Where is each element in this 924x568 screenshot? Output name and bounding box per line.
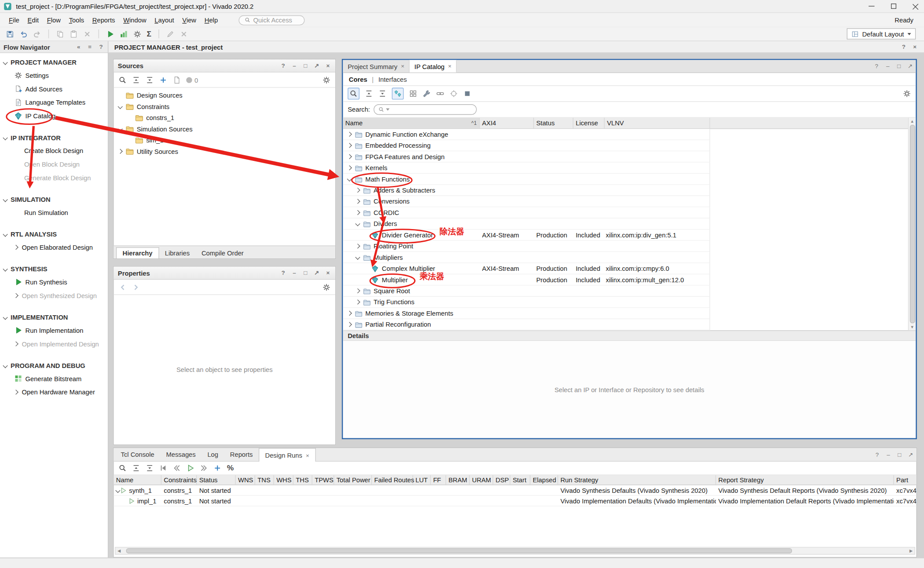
layout-selector[interactable]: Default Layout: [847, 28, 916, 39]
sources-node-constrs-1[interactable]: constrs_1: [114, 112, 335, 123]
percent-icon[interactable]: %: [227, 464, 234, 472]
undo-icon[interactable]: [19, 30, 28, 38]
float-icon[interactable]: ↗: [314, 269, 320, 276]
tab-design-runs[interactable]: Design Runs×: [259, 448, 316, 462]
forward-arrow-icon[interactable]: [132, 283, 140, 291]
expander-closed-icon[interactable]: [355, 299, 360, 304]
blocks-icon[interactable]: [120, 30, 128, 38]
nav-item-open-block-design[interactable]: Open Block Design: [0, 157, 108, 171]
expander-open-icon[interactable]: [3, 232, 7, 237]
ip-row-dividers[interactable]: Dividers: [343, 218, 710, 229]
vertical-scrollbar[interactable]: ▲ ▼: [908, 118, 916, 330]
menu-window[interactable]: Window: [119, 15, 150, 25]
menu-layout[interactable]: Layout: [150, 15, 178, 25]
view-interfaces[interactable]: Interfaces: [378, 76, 407, 83]
expander-closed-icon[interactable]: [355, 210, 360, 215]
tab-compile-order[interactable]: Compile Order: [196, 248, 250, 259]
ip-row-math-functions[interactable]: Math Functions: [343, 174, 710, 185]
expander-closed-icon[interactable]: [13, 341, 18, 346]
collapse-left-icon[interactable]: «: [75, 44, 82, 50]
scrollbar-thumb[interactable]: [909, 125, 915, 323]
expander-open-icon[interactable]: [118, 104, 123, 109]
column-header-report-strategy[interactable]: Report Strategy: [716, 475, 894, 484]
tab-tcl-console[interactable]: Tcl Console: [115, 448, 160, 461]
close-x-icon[interactable]: [180, 30, 188, 38]
quick-access-search[interactable]: Quick Access: [238, 15, 304, 25]
minimize-button[interactable]: [863, 0, 880, 13]
close-tab-icon[interactable]: ×: [401, 63, 404, 69]
column-header-failed-routes[interactable]: Failed Routes: [372, 475, 413, 484]
paste-icon[interactable]: [70, 30, 78, 38]
nav-section-synthesis[interactable]: SYNTHESIS: [0, 263, 108, 275]
minimize-icon[interactable]: –: [884, 63, 891, 69]
nav-section-program-and-debug[interactable]: PROGRAM AND DEBUG: [0, 360, 108, 371]
expander-open-icon[interactable]: [355, 255, 360, 260]
ip-row-partial-reconfiguration[interactable]: Partial Reconfiguration: [343, 319, 710, 330]
column-header-whs[interactable]: WHS: [274, 475, 293, 484]
menu-icon[interactable]: ≡: [87, 44, 93, 50]
column-header-run-strategy[interactable]: Run Strategy: [558, 475, 716, 484]
expander-closed-icon[interactable]: [355, 188, 360, 193]
settings-icon[interactable]: [323, 283, 331, 291]
float-icon[interactable]: ↗: [314, 62, 320, 69]
pressed-tool[interactable]: [348, 88, 359, 100]
close-icon[interactable]: ×: [325, 269, 331, 276]
nav-section-simulation[interactable]: SIMULATION: [0, 194, 108, 206]
column-header-status[interactable]: Status: [534, 118, 573, 128]
help-icon[interactable]: ?: [874, 451, 880, 458]
maximize-icon[interactable]: □: [302, 269, 309, 276]
ip-row-memories-storage-elements[interactable]: Memories & Storage Elements: [343, 308, 710, 319]
maximize-icon[interactable]: □: [302, 62, 309, 69]
column-header-start[interactable]: Start: [510, 475, 531, 484]
ip-row-complex-multiplier[interactable]: Complex MultiplierAXI4-StreamProductionI…: [343, 263, 710, 274]
column-header-bram[interactable]: BRAM: [446, 475, 470, 484]
column-header-status[interactable]: Status: [197, 475, 235, 484]
group-icon[interactable]: [409, 90, 417, 98]
add-icon[interactable]: [159, 76, 168, 84]
ip-row-conversions[interactable]: Conversions: [343, 196, 710, 207]
run-icon[interactable]: [106, 30, 114, 38]
edit-icon[interactable]: [166, 30, 174, 38]
run-row-impl-1[interactable]: impl_1constrs_1Not startedVivado Impleme…: [114, 496, 916, 506]
menu-help[interactable]: Help: [200, 15, 222, 25]
nav-item-settings[interactable]: Settings: [0, 68, 108, 82]
tab-reports[interactable]: Reports: [224, 448, 258, 461]
nav-item-open-implemented-design[interactable]: Open Implemented Design: [0, 337, 108, 350]
expander-open-icon[interactable]: [3, 266, 7, 271]
collapse-all-icon[interactable]: [132, 76, 140, 84]
help-icon[interactable]: ?: [873, 63, 880, 69]
ip-row-kernels[interactable]: Kernels: [343, 163, 710, 174]
column-header-wns[interactable]: WNS: [236, 475, 255, 484]
ip-row-divider-generator[interactable]: Divider GeneratorAXI4-StreamProductionIn…: [343, 229, 710, 240]
settings-icon[interactable]: [323, 76, 331, 84]
tab-log[interactable]: Log: [202, 448, 224, 461]
sources-node-simulation-sources[interactable]: Simulation Sources: [114, 123, 335, 134]
nav-item-run-simulation[interactable]: Run Simulation: [0, 205, 108, 219]
expand-all-icon[interactable]: [146, 76, 154, 84]
sources-node-sim-1[interactable]: sim_1: [114, 134, 335, 145]
minimize-icon[interactable]: –: [291, 62, 298, 69]
scrollbar-thumb[interactable]: [126, 548, 792, 553]
run-outline-icon[interactable]: [186, 464, 194, 472]
step-forward-icon[interactable]: [200, 464, 208, 472]
column-header-axi4[interactable]: AXI4: [480, 118, 534, 128]
doc-icon[interactable]: [172, 76, 181, 84]
expander-closed-icon[interactable]: [347, 311, 352, 316]
redo-icon[interactable]: [33, 30, 41, 38]
menu-file[interactable]: File: [5, 15, 24, 25]
stop-icon[interactable]: [463, 90, 472, 98]
expander-open-icon[interactable]: [3, 197, 7, 202]
expander-open-icon[interactable]: [347, 176, 352, 181]
menu-tools[interactable]: Tools: [65, 15, 88, 25]
expander-closed-icon[interactable]: [13, 390, 18, 394]
expander-open-icon[interactable]: [3, 135, 7, 140]
menu-flow[interactable]: Flow: [43, 15, 65, 25]
ip-row-floating-point[interactable]: Floating Point: [343, 241, 710, 252]
expander-closed-icon[interactable]: [347, 143, 352, 148]
nav-item-open-hardware-manager[interactable]: Open Hardware Manager: [0, 385, 108, 399]
column-header-tpws[interactable]: TPWS: [312, 475, 334, 484]
taxonomy-icon[interactable]: [394, 90, 402, 98]
tab-ip-catalog[interactable]: IP Catalog×: [410, 60, 457, 73]
expander-closed-icon[interactable]: [13, 244, 18, 249]
back-arrow-icon[interactable]: [118, 283, 127, 291]
